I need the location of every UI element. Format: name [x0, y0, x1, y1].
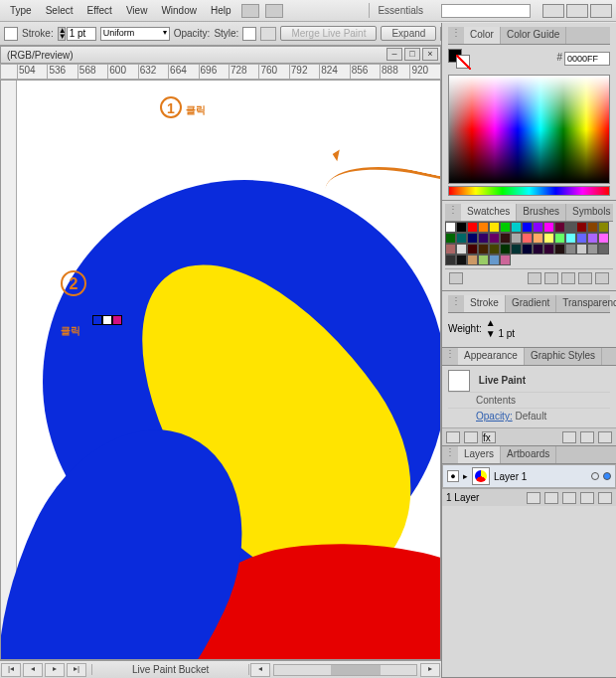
scroll-right-icon[interactable]: ▸ [420, 663, 440, 677]
appearance-contents[interactable]: Contents [448, 392, 610, 408]
add-effect-icon[interactable]: fx [482, 431, 496, 443]
swatch[interactable] [511, 244, 522, 254]
tab-stroke[interactable]: Stroke [464, 295, 506, 312]
swatch[interactable] [554, 244, 565, 254]
new-sublayer-icon[interactable] [562, 492, 576, 504]
delete-appearance-icon[interactable] [598, 431, 612, 443]
last-artboard-icon[interactable]: ▸| [67, 663, 86, 677]
swatch[interactable] [478, 254, 489, 265]
menu-view[interactable]: View [120, 3, 154, 18]
swatch[interactable] [587, 233, 598, 244]
menu-help[interactable]: Help [205, 3, 237, 18]
add-fill-icon[interactable] [464, 431, 478, 443]
swatch[interactable] [576, 244, 587, 254]
layer-name[interactable]: Layer 1 [494, 471, 587, 482]
workspace-switcher[interactable]: Essentials [369, 3, 431, 18]
doc-minimize-icon[interactable]: – [386, 48, 402, 61]
doc-close-icon[interactable]: × [422, 48, 438, 61]
tab-swatches[interactable]: Swatches [461, 204, 517, 221]
tab-artboards[interactable]: Artboards [501, 446, 556, 463]
swatch[interactable] [511, 222, 522, 233]
swatch[interactable] [543, 233, 554, 244]
menu-select[interactable]: Select [40, 3, 79, 18]
window-close-icon[interactable] [590, 4, 612, 18]
stroke-weight-value[interactable]: 1 pt [67, 27, 96, 41]
delete-swatch-icon[interactable] [595, 272, 609, 284]
swatch[interactable] [467, 222, 478, 233]
appearance-opacity-row[interactable]: Opacity: Default [448, 408, 610, 424]
swatch[interactable] [489, 222, 500, 233]
artwork[interactable] [43, 180, 441, 584]
tab-appearance[interactable]: Appearance [458, 348, 525, 365]
expand-layer-icon[interactable]: ▸ [463, 471, 468, 481]
brush-dropdown[interactable]: Uniform [100, 27, 170, 41]
tab-transparency[interactable]: Transparency [556, 295, 616, 312]
swatch[interactable] [489, 254, 500, 265]
tab-graphic-styles[interactable]: Graphic Styles [525, 348, 602, 365]
swatch[interactable] [489, 233, 500, 244]
swatch[interactable] [598, 222, 609, 233]
swatch[interactable] [467, 244, 478, 254]
swatch[interactable] [522, 233, 533, 244]
swatch[interactable] [576, 222, 587, 233]
toolbar-icon-1[interactable] [241, 4, 259, 18]
swatch[interactable] [478, 222, 489, 233]
duplicate-icon[interactable] [580, 431, 594, 443]
tab-layers[interactable]: Layers [458, 446, 501, 463]
fill-swatch[interactable] [4, 27, 18, 41]
add-stroke-icon[interactable] [446, 431, 460, 443]
clear-appearance-icon[interactable] [562, 431, 576, 443]
swatch[interactable] [456, 222, 467, 233]
visibility-icon[interactable]: ● [447, 470, 459, 482]
swatch[interactable] [445, 222, 456, 233]
swatch[interactable] [456, 233, 467, 244]
weight-stepper[interactable]: ▲▼ 1 pt [486, 317, 515, 339]
next-artboard-icon[interactable]: ▸ [45, 663, 65, 677]
swatch[interactable] [445, 254, 456, 265]
swatch[interactable] [500, 233, 511, 244]
search-input[interactable] [441, 4, 531, 18]
swatch[interactable] [587, 222, 598, 233]
hex-input[interactable] [564, 52, 610, 66]
locate-object-icon[interactable] [527, 492, 540, 504]
swatch[interactable] [467, 233, 478, 244]
swatch[interactable] [533, 233, 543, 244]
expand-button[interactable]: Expand [381, 26, 436, 41]
new-layer-icon[interactable] [580, 492, 594, 504]
swatch[interactable] [467, 254, 478, 265]
layer-row[interactable]: ● ▸ Layer 1 [442, 464, 616, 488]
new-group-icon[interactable] [561, 272, 575, 284]
menu-type[interactable]: Type [4, 3, 38, 18]
swatch-kind-icon[interactable] [528, 272, 541, 284]
swatch[interactable] [533, 244, 543, 254]
swatch[interactable] [598, 244, 609, 254]
delete-layer-icon[interactable] [598, 492, 612, 504]
tab-color[interactable]: Color [464, 27, 501, 44]
tab-brushes[interactable]: Brushes [517, 204, 566, 221]
swatch[interactable] [500, 244, 511, 254]
swatch[interactable] [533, 222, 543, 233]
swatch[interactable] [445, 233, 456, 244]
recolor-icon[interactable] [260, 27, 276, 41]
swatch[interactable] [522, 222, 533, 233]
swatch[interactable] [565, 222, 576, 233]
window-maximize-icon[interactable] [566, 4, 588, 18]
style-swatch[interactable] [242, 27, 256, 41]
tab-gradient[interactable]: Gradient [506, 295, 556, 312]
doc-maximize-icon[interactable]: □ [404, 48, 420, 61]
menu-window[interactable]: Window [155, 3, 203, 18]
make-clip-icon[interactable] [544, 492, 558, 504]
swatch[interactable] [478, 244, 489, 254]
swatch-grid[interactable] [445, 222, 613, 265]
swatch[interactable] [522, 244, 533, 254]
fill-stroke-proxy[interactable] [448, 49, 472, 69]
tab-color-guide[interactable]: Color Guide [501, 27, 566, 44]
swatch[interactable] [478, 233, 489, 244]
color-spectrum[interactable] [448, 75, 610, 184]
swatch[interactable] [587, 244, 598, 254]
swatch[interactable] [565, 244, 576, 254]
menu-effect[interactable]: Effect [80, 3, 117, 18]
swatch[interactable] [554, 233, 565, 244]
swatch[interactable] [565, 233, 576, 244]
prev-artboard-icon[interactable]: ◂ [23, 663, 43, 677]
